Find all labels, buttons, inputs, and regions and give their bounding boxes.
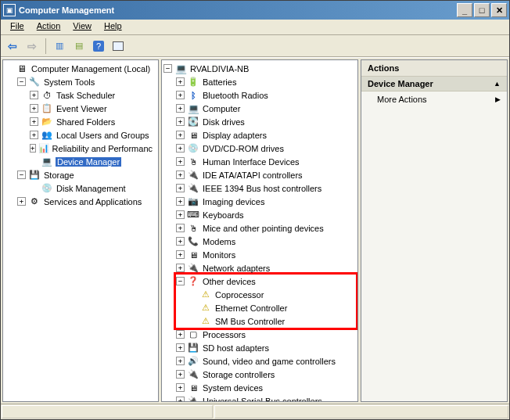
- help-icon: ?: [93, 41, 104, 52]
- cat-display[interactable]: +Display adapters: [176, 128, 356, 142]
- tree-task-scheduler[interactable]: +Task Scheduler: [30, 88, 156, 102]
- expand-icon[interactable]: +: [176, 370, 185, 379]
- expand-icon[interactable]: +: [176, 157, 185, 166]
- cat-modems[interactable]: +Modems: [176, 235, 356, 248]
- hid-icon: [187, 156, 199, 168]
- tree-storage[interactable]: − Storage: [17, 168, 156, 181]
- expand-icon[interactable]: +: [176, 184, 185, 192]
- menu-action[interactable]: Action: [31, 20, 67, 34]
- collapse-icon[interactable]: −: [17, 77, 26, 86]
- cat-usb[interactable]: +Universal Serial Bus controllers: [176, 394, 356, 402]
- tree-reliability[interactable]: +Reliability and Performanc: [30, 142, 156, 155]
- cat-1394[interactable]: +IEEE 1394 Bus host controllers: [176, 181, 356, 195]
- cat-batteries[interactable]: +Batteries: [176, 75, 356, 88]
- expand-icon[interactable]: +: [30, 104, 38, 113]
- expand-icon[interactable]: +: [30, 117, 38, 126]
- refresh-button[interactable]: [110, 38, 127, 55]
- expand-icon[interactable]: +: [176, 237, 185, 246]
- cat-keyboards[interactable]: +Keyboards: [176, 208, 356, 221]
- modem-icon: [187, 235, 199, 248]
- cat-computer[interactable]: +Computer: [176, 102, 356, 115]
- help-button[interactable]: ?: [90, 38, 107, 55]
- expand-icon[interactable]: +: [17, 197, 26, 206]
- tree-shared-folders[interactable]: +Shared Folders: [30, 115, 156, 128]
- arrow-left-icon: ⇦: [8, 40, 17, 52]
- expand-icon[interactable]: +: [176, 343, 185, 352]
- expand-icon[interactable]: +: [176, 131, 185, 139]
- device-tree-pane[interactable]: − RVALDIVIA-NB +Batteries +Bluetooth Rad…: [161, 59, 358, 402]
- dev-ethernet[interactable]: Ethernet Controller: [189, 301, 356, 314]
- expand-icon[interactable]: +: [176, 250, 185, 259]
- forward-button[interactable]: ⇨: [23, 38, 41, 55]
- menu-view[interactable]: View: [66, 20, 98, 34]
- toolbar: ⇦ ⇨ ▥ ▤ ?: [1, 35, 509, 57]
- expand-icon[interactable]: +: [176, 330, 185, 339]
- cat-mice[interactable]: +Mice and other pointing devices: [176, 221, 356, 235]
- actions-section[interactable]: Device Manager ▲: [361, 77, 507, 92]
- device-tree: − RVALDIVIA-NB +Batteries +Bluetooth Rad…: [162, 60, 357, 402]
- menu-help[interactable]: Help: [98, 20, 128, 34]
- cat-processors[interactable]: +Processors: [176, 328, 356, 341]
- expand-icon[interactable]: +: [176, 144, 185, 153]
- highlight-box: −Other devices Coprocessor Ethernet Cont…: [174, 272, 358, 330]
- cat-system[interactable]: +System devices: [176, 381, 356, 394]
- expand-icon[interactable]: +: [176, 91, 185, 99]
- console-tree-pane[interactable]: Computer Management (Local) − System Too…: [2, 59, 159, 402]
- perf-icon: [38, 142, 49, 155]
- tree-local-users[interactable]: +Local Users and Groups: [30, 128, 156, 142]
- tree-root[interactable]: Computer Management (Local): [5, 62, 156, 75]
- expand-icon[interactable]: +: [176, 383, 185, 392]
- cat-sound[interactable]: +Sound, video and game controllers: [176, 354, 356, 368]
- maximize-button[interactable]: □: [474, 3, 490, 17]
- collapse-icon[interactable]: −: [17, 171, 26, 179]
- minimize-button[interactable]: _: [457, 3, 472, 17]
- warning-icon: [199, 289, 212, 301]
- expand-icon[interactable]: +: [176, 224, 185, 232]
- collapse-icon[interactable]: −: [176, 277, 185, 285]
- camera-icon: [187, 196, 199, 208]
- firewire-icon: [187, 182, 199, 195]
- cat-hid[interactable]: +Human Interface Devices: [176, 155, 356, 168]
- expand-icon[interactable]: +: [176, 357, 185, 365]
- device-root[interactable]: − RVALDIVIA-NB: [163, 62, 356, 75]
- close-button[interactable]: ✕: [491, 3, 507, 17]
- expand-icon[interactable]: +: [176, 117, 185, 126]
- expand-icon[interactable]: +: [176, 210, 185, 219]
- properties-button[interactable]: ▤: [70, 38, 88, 55]
- cat-imaging[interactable]: +Imaging devices: [176, 195, 356, 208]
- storage-icon: [28, 169, 41, 181]
- event-icon: [41, 102, 53, 115]
- tree-device-manager[interactable]: Device Manager: [30, 155, 156, 168]
- cat-sd[interactable]: +SD host adapters: [176, 341, 356, 354]
- collapse-icon[interactable]: −: [163, 64, 172, 73]
- show-hide-button[interactable]: ▥: [51, 38, 68, 55]
- dev-smbus[interactable]: SM Bus Controller: [189, 314, 356, 328]
- actions-more[interactable]: More Actions ▶: [361, 92, 507, 107]
- back-button[interactable]: ⇦: [4, 38, 21, 55]
- cat-disk-drives[interactable]: +Disk drives: [176, 115, 356, 128]
- expand-icon[interactable]: +: [176, 197, 185, 206]
- menu-file[interactable]: File: [4, 20, 31, 34]
- expand-icon[interactable]: +: [176, 264, 185, 272]
- cat-ide[interactable]: +IDE ATA/ATAPI controllers: [176, 168, 356, 181]
- expand-icon[interactable]: +: [176, 77, 185, 86]
- display-icon: [187, 129, 199, 142]
- expand-icon[interactable]: +: [30, 91, 38, 99]
- cat-storage[interactable]: +Storage controllers: [176, 368, 356, 381]
- tree-system-tools[interactable]: − System Tools: [17, 75, 156, 88]
- expand-icon[interactable]: +: [176, 104, 185, 113]
- cat-monitors[interactable]: +Monitors: [176, 248, 356, 261]
- cat-bluetooth[interactable]: +Bluetooth Radios: [176, 88, 356, 102]
- cat-dvd[interactable]: +DVD/CD-ROM drives: [176, 142, 356, 155]
- expand-icon[interactable]: +: [176, 171, 185, 179]
- cat-other-devices[interactable]: −Other devices: [176, 275, 356, 288]
- titlebar[interactable]: ▣ Computer Management _ □ ✕: [1, 1, 509, 20]
- tree-services[interactable]: +Services and Applications: [17, 195, 156, 208]
- expand-icon[interactable]: +: [30, 144, 36, 153]
- expand-icon[interactable]: +: [30, 131, 38, 139]
- dev-coprocessor[interactable]: Coprocessor: [189, 288, 356, 301]
- tree-disk-management[interactable]: Disk Management: [30, 181, 156, 195]
- monitor-icon: [187, 249, 199, 261]
- expand-icon[interactable]: +: [176, 397, 185, 402]
- tree-event-viewer[interactable]: +Event Viewer: [30, 102, 156, 115]
